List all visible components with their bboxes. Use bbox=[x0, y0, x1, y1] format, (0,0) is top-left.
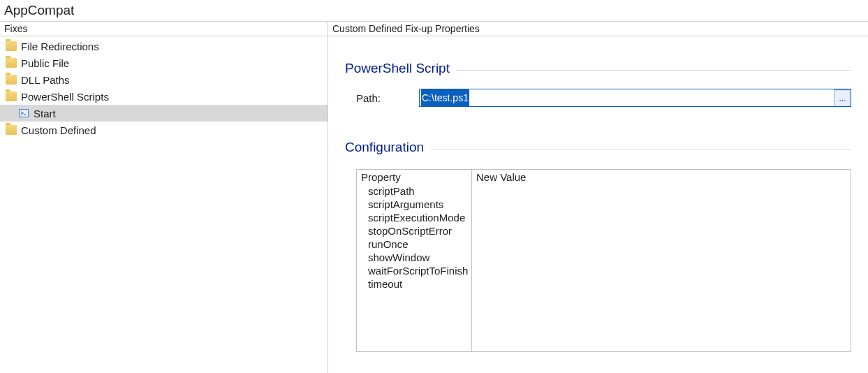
property-row[interactable]: timeout bbox=[357, 277, 471, 291]
property-row[interactable]: scriptExecutionMode bbox=[357, 211, 471, 224]
powershell-legend: PowerShell Script bbox=[345, 61, 457, 76]
tree-item-powershell-scripts[interactable]: PowerShell Scripts bbox=[0, 88, 328, 105]
fixes-panel: Fixes File RedirectionsPublic FileDLL Pa… bbox=[0, 21, 328, 373]
property-column: Property scriptPathscriptArgumentsscript… bbox=[357, 170, 472, 351]
fixes-tree[interactable]: File RedirectionsPublic FileDLL PathsPow… bbox=[0, 36, 328, 373]
configuration-group: Configuration Property scriptPathscriptA… bbox=[345, 149, 851, 352]
app-title: AppCompat bbox=[0, 0, 868, 21]
folder-icon bbox=[6, 75, 17, 85]
path-label: Path: bbox=[356, 92, 419, 104]
path-row: Path: C:\test.ps1 ... bbox=[345, 89, 851, 107]
browse-button[interactable]: ... bbox=[834, 89, 851, 106]
tree-item-public-file[interactable]: Public File bbox=[0, 54, 328, 71]
folder-icon bbox=[6, 92, 17, 101]
property-row[interactable]: scriptPath bbox=[357, 184, 471, 198]
tree-item-file-redirections[interactable]: File Redirections bbox=[0, 38, 328, 54]
property-row[interactable]: scriptArguments bbox=[357, 198, 471, 211]
fixes-header: Fixes bbox=[0, 22, 328, 36]
tree-item-label: Public File bbox=[21, 57, 69, 69]
path-value-selected: C:\test.ps1 bbox=[421, 89, 469, 106]
tree-item-dll-paths[interactable]: DLL Paths bbox=[0, 71, 328, 88]
tree-item-label: Custom Defined bbox=[21, 124, 96, 136]
folder-icon bbox=[6, 58, 17, 68]
properties-panel: Custom Defined Fix-up Properties PowerSh… bbox=[328, 21, 868, 373]
main-layout: Fixes File RedirectionsPublic FileDLL Pa… bbox=[0, 21, 868, 373]
property-row[interactable]: stopOnScriptError bbox=[357, 224, 471, 237]
folder-icon bbox=[6, 41, 17, 51]
tree-item-label: DLL Paths bbox=[21, 74, 70, 86]
configuration-table[interactable]: Property scriptPathscriptArgumentsscript… bbox=[356, 169, 851, 352]
tree-item-start[interactable]: Start bbox=[0, 105, 328, 122]
tree-item-label: Start bbox=[34, 108, 56, 119]
folder-icon bbox=[6, 125, 17, 135]
newvalue-column: New Value bbox=[472, 170, 851, 351]
properties-body: PowerShell Script Path: C:\test.ps1 ... … bbox=[328, 36, 868, 373]
properties-header: Custom Defined Fix-up Properties bbox=[328, 21, 868, 36]
property-row[interactable]: waitForScriptToFinish bbox=[357, 264, 471, 277]
newvalue-column-header: New Value bbox=[472, 170, 851, 184]
script-icon bbox=[18, 108, 29, 119]
tree-item-label: File Redirections bbox=[21, 41, 99, 52]
tree-item-custom-defined[interactable]: Custom Defined bbox=[0, 122, 328, 138]
path-input-wrap: C:\test.ps1 ... bbox=[419, 89, 851, 107]
property-column-header: Property bbox=[357, 170, 471, 184]
configuration-legend: Configuration bbox=[345, 140, 431, 155]
property-list: scriptPathscriptArgumentsscriptExecution… bbox=[357, 184, 471, 291]
property-row[interactable]: showWindow bbox=[357, 251, 471, 264]
path-input[interactable]: C:\test.ps1 bbox=[420, 89, 834, 106]
property-row[interactable]: runOnce bbox=[357, 237, 471, 251]
tree-item-label: PowerShell Scripts bbox=[21, 91, 109, 103]
powershell-script-group: PowerShell Script Path: C:\test.ps1 ... bbox=[345, 70, 851, 107]
